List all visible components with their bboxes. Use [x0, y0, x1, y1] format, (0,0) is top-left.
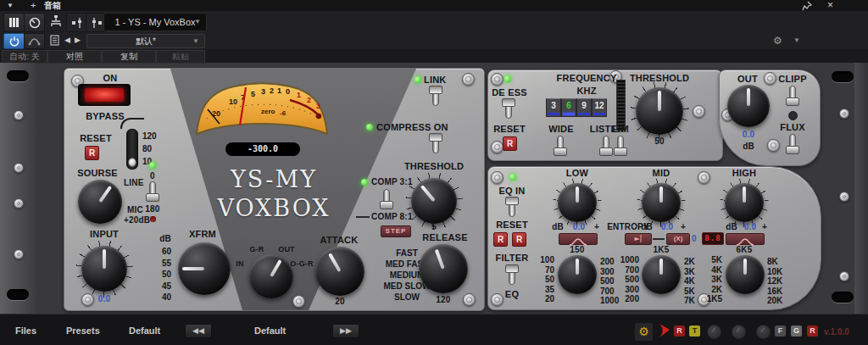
hpf-slider[interactable] — [126, 129, 138, 170]
wide-label: WIDE — [541, 124, 581, 134]
panner-view-button[interactable] — [3, 13, 25, 32]
khz-9-button[interactable]: 9 — [576, 98, 592, 117]
flux-toggle[interactable] — [785, 132, 800, 155]
knob-icon — [29, 17, 41, 29]
routing-button[interactable] — [46, 13, 65, 31]
preset-file-button[interactable] — [47, 34, 61, 47]
release-knob[interactable] — [419, 244, 468, 293]
deess-reset-button[interactable]: R — [503, 136, 517, 151]
presets-menu[interactable]: Presets — [66, 326, 100, 337]
automation-toggle[interactable]: 自动: 关 — [2, 50, 47, 64]
mini-knob-2[interactable] — [732, 325, 746, 339]
deess-toggle[interactable] — [501, 97, 516, 120]
mini-knob-3[interactable] — [756, 325, 771, 339]
filter-toggle[interactable] — [504, 264, 520, 287]
high-bell-button[interactable] — [726, 233, 765, 245]
plugin-enable-button[interactable] — [3, 33, 25, 49]
high-gain-knob[interactable] — [725, 183, 764, 222]
eq-reset-button-1[interactable]: R — [493, 232, 508, 247]
high-freq-scale-left: 5K4K 3K2K 1K5 — [695, 255, 722, 304]
khz-12-button[interactable]: 12 — [592, 98, 607, 117]
close-icon[interactable]: × — [827, 0, 833, 11]
mid-db-label: dB — [638, 222, 655, 232]
clipp-label: CLIPP — [775, 74, 810, 84]
preset-selector-dropdown[interactable]: 默认* ▼ — [86, 34, 205, 48]
clipp-toggle[interactable] — [785, 84, 800, 107]
listen-toggle[interactable] — [598, 134, 614, 157]
files-menu[interactable]: Files — [15, 326, 36, 337]
low-db-label: dB — [549, 222, 566, 232]
frequency-label: FREQUENCY — [548, 73, 626, 83]
plugin-selector-dropdown[interactable]: 1 - YS - My VoxBox ▼ — [103, 13, 207, 31]
step-button[interactable]: STEP — [381, 225, 411, 237]
out-knob[interactable] — [727, 85, 770, 127]
eq-in-led — [509, 174, 516, 181]
add-tab-icon[interactable]: + — [31, 0, 36, 10]
copy-button[interactable]: 复制 — [102, 50, 156, 64]
low-gain-knob[interactable] — [558, 183, 597, 222]
preset-rewind-button[interactable]: ◀◀ — [185, 324, 212, 338]
preset-prev-icon[interactable]: ◀ — [64, 36, 70, 44]
phase-180-label: 180 — [142, 204, 163, 214]
ratio-toggle[interactable] — [379, 187, 394, 210]
entropy-x-button[interactable]: (X) — [666, 233, 690, 245]
settings-button[interactable]: ⚙ — [634, 322, 654, 342]
input-value: 0.0 — [90, 294, 119, 304]
knob-view-button[interactable] — [24, 13, 45, 32]
preset-forward-button[interactable]: ▶▶ — [332, 324, 359, 338]
entropy-value: 0 — [688, 234, 700, 244]
mid-gain-knob[interactable] — [642, 183, 681, 222]
high-freq-knob[interactable] — [726, 255, 765, 294]
bypass-curve-button[interactable] — [24, 33, 45, 49]
pre-fader-button[interactable] — [66, 13, 87, 32]
link-toggle[interactable] — [428, 85, 443, 108]
badge-g[interactable]: G — [791, 326, 802, 337]
entropy-play-button[interactable]: ►| — [625, 233, 652, 245]
host-toolbar: 1 - YS - My VoxBox ▼ — [0, 11, 868, 32]
badge-f[interactable]: F — [775, 326, 786, 337]
settings-gear-icon[interactable]: ⚙ — [773, 35, 782, 47]
phase-toggle[interactable] — [145, 180, 160, 203]
brand-line1: YS-MY — [202, 166, 346, 192]
sourse-knob[interactable] — [78, 180, 122, 224]
xfrm-knob[interactable] — [178, 242, 231, 295]
meter-mode-knob[interactable] — [249, 254, 293, 298]
eq-in-toggle[interactable] — [504, 196, 520, 219]
preset-name-label[interactable]: Default — [254, 326, 286, 337]
paste-button[interactable]: 粘贴 — [156, 50, 205, 64]
host-ab-row: 自动: 关 对照 复制 粘贴 — [0, 49, 868, 63]
badge-r2[interactable]: R — [807, 326, 818, 337]
eq-reset-button-2[interactable]: R — [512, 232, 526, 247]
pin-icon[interactable] — [802, 1, 812, 11]
play-flag-icon[interactable] — [658, 323, 671, 338]
settings-chevron-icon[interactable]: ▼ — [793, 36, 800, 44]
wide-toggle[interactable] — [553, 134, 568, 157]
mini-knob-1[interactable] — [707, 325, 721, 339]
rack-slot — [832, 71, 854, 82]
screw — [491, 141, 504, 153]
bypass-rocker-switch[interactable] — [78, 84, 131, 106]
badge-t[interactable]: T — [689, 326, 700, 337]
meter-minus6-label: -6 — [280, 109, 287, 117]
compare-button[interactable]: 对照 — [47, 50, 102, 64]
compress-on-toggle[interactable] — [428, 132, 443, 155]
window-menu-icon[interactable]: ▼ — [7, 2, 14, 9]
low-freq-knob[interactable] — [558, 255, 597, 294]
attack-label: ATTACK — [312, 235, 366, 245]
mid-freq-knob[interactable] — [642, 255, 681, 294]
deess-threshold-knob[interactable] — [636, 87, 683, 135]
khz-label: KHZ — [563, 86, 610, 96]
low-bell-button[interactable] — [559, 233, 598, 245]
attack-knob[interactable] — [315, 247, 364, 296]
input-knob[interactable] — [81, 246, 127, 292]
lim-toggle[interactable] — [613, 134, 628, 157]
preset-bank-label[interactable]: Default — [129, 326, 160, 337]
preset-next-icon[interactable]: ▶ — [75, 36, 81, 44]
xfrm-label: XFRM — [181, 229, 224, 239]
khz-3-button[interactable]: 3 — [546, 98, 561, 117]
reset-button[interactable]: R — [85, 146, 99, 160]
khz-6-button[interactable]: 6 — [561, 98, 576, 117]
screw — [14, 249, 24, 259]
badge-r1[interactable]: R — [674, 326, 685, 337]
screw — [491, 171, 504, 184]
